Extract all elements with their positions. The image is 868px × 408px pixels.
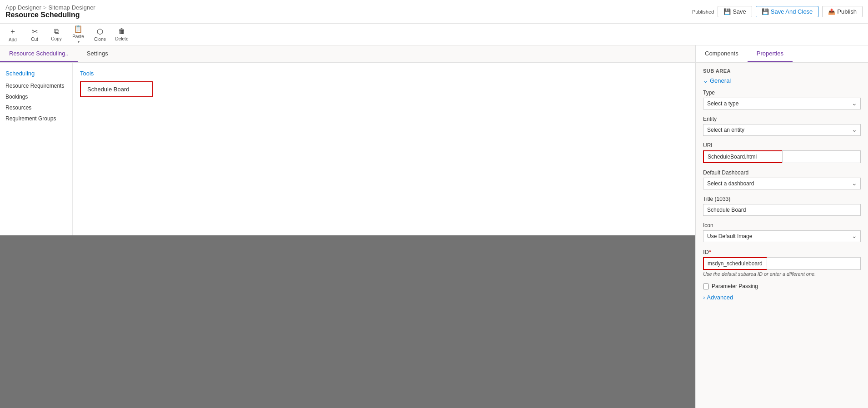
type-label: Type xyxy=(703,90,861,96)
copy-label: Copy xyxy=(51,36,61,41)
main-tabs: Resource Scheduling.. Settings xyxy=(0,45,695,63)
cut-tool[interactable]: ✂ Cut xyxy=(27,27,42,42)
toolbar: ＋ Add ✂ Cut ⧉ Copy 📋 Paste ▾ ⬡ Clone 🗑 D… xyxy=(0,24,868,45)
main-layout: Resource Scheduling.. Settings Schedulin… xyxy=(0,45,868,408)
general-collapse[interactable]: ⌄ General xyxy=(703,77,861,84)
sitemap-content: Scheduling Resource Requirements Booking… xyxy=(0,63,695,235)
title-field-group: Title (1033) xyxy=(703,196,861,216)
add-label: Add xyxy=(9,37,17,42)
tab-components[interactable]: Components xyxy=(696,45,748,62)
title-input[interactable] xyxy=(703,204,861,216)
status-label: Published xyxy=(692,9,714,15)
breadcrumb-app[interactable]: App Designer xyxy=(5,4,41,11)
schedule-board-item[interactable]: Schedule Board xyxy=(80,81,153,97)
add-tool[interactable]: ＋ Add xyxy=(5,27,20,42)
tools-panel: Tools Schedule Board xyxy=(73,63,695,235)
url-extra-input[interactable] xyxy=(782,150,861,163)
id-label: ID* xyxy=(703,249,861,255)
icon-select[interactable]: Use Default Image xyxy=(703,230,861,242)
general-label: General xyxy=(710,77,731,84)
publish-button[interactable]: 📤 Publish xyxy=(822,6,863,17)
icon-label: Icon xyxy=(703,222,861,229)
breadcrumb-sep: > xyxy=(43,4,47,11)
entity-select[interactable]: Select an entity xyxy=(703,124,861,136)
group-item-resources[interactable]: Resources xyxy=(5,102,67,113)
delete-label: Delete xyxy=(115,36,129,41)
tab-settings[interactable]: Settings xyxy=(78,45,117,62)
left-main: Scheduling Resource Requirements Booking… xyxy=(0,63,695,408)
icon-field-group: Icon Use Default Image xyxy=(703,222,861,242)
id-hint: Use the default subarea ID or enter a di… xyxy=(703,271,861,277)
add-icon: ＋ xyxy=(9,27,16,36)
paste-caret-icon[interactable]: ▾ xyxy=(78,40,80,44)
id-field-group: ID* Use the default subarea ID or enter … xyxy=(703,249,861,277)
delete-tool[interactable]: 🗑 Delete xyxy=(115,27,129,41)
save-label: Save xyxy=(733,8,746,15)
entity-field-group: Entity Select an entity xyxy=(703,116,861,136)
default-dashboard-label: Default Dashboard xyxy=(703,169,861,176)
clone-icon: ⬡ xyxy=(97,27,103,36)
right-panel-tabs: Components Properties xyxy=(696,45,868,63)
url-field-group: URL xyxy=(703,142,861,163)
save-close-icon: 💾 xyxy=(762,8,769,15)
breadcrumb: App Designer > Sitemap Designer xyxy=(5,4,95,11)
paste-icon: 📋 xyxy=(74,25,83,33)
id-input[interactable] xyxy=(703,257,767,270)
section-label: SUB AREA xyxy=(703,68,861,74)
tab-resource-scheduling[interactable]: Resource Scheduling.. xyxy=(0,45,78,62)
group-item-resource-requirements[interactable]: Resource Requirements xyxy=(5,80,67,91)
group-title[interactable]: Scheduling xyxy=(5,70,67,77)
group-panel: Scheduling Resource Requirements Booking… xyxy=(0,63,73,235)
publish-label: Publish xyxy=(837,8,857,15)
id-row xyxy=(703,257,861,270)
right-panel: Components Properties SUB AREA ⌄ General… xyxy=(695,45,868,408)
copy-tool[interactable]: ⧉ Copy xyxy=(49,27,64,41)
parameter-passing-checkbox[interactable] xyxy=(703,284,709,289)
title-label: Title (1033) xyxy=(703,196,861,202)
publish-icon: 📤 xyxy=(828,8,835,15)
tab-properties[interactable]: Properties xyxy=(748,45,793,62)
top-bar-right: Published 💾 Save 💾 Save And Close 📤 Publ… xyxy=(692,6,863,17)
url-row xyxy=(703,150,861,163)
paste-tool[interactable]: 📋 Paste ▾ xyxy=(71,25,85,44)
entity-label: Entity xyxy=(703,116,861,122)
left-panel: Resource Scheduling.. Settings Schedulin… xyxy=(0,45,695,408)
collapse-icon: ⌄ xyxy=(703,77,708,84)
advanced-label: Advanced xyxy=(707,294,733,301)
group-item-requirement-groups[interactable]: Requirement Groups xyxy=(5,113,67,124)
top-bar: App Designer > Sitemap Designer Resource… xyxy=(0,0,868,24)
app-title: Resource Scheduling xyxy=(5,11,95,19)
parameter-passing-row: Parameter Passing xyxy=(703,283,861,289)
tools-title: Tools xyxy=(80,70,688,77)
group-item-bookings[interactable]: Bookings xyxy=(5,91,67,102)
url-label: URL xyxy=(703,142,861,149)
save-close-label: Save And Close xyxy=(771,8,813,15)
copy-icon: ⧉ xyxy=(54,27,59,35)
entity-select-wrapper: Select an entity xyxy=(703,124,861,136)
paste-label: Paste xyxy=(72,34,84,39)
id-extra-input[interactable] xyxy=(767,257,861,270)
parameter-passing-label[interactable]: Parameter Passing xyxy=(712,283,758,289)
save-button[interactable]: 💾 Save xyxy=(718,6,752,17)
properties-content: SUB AREA ⌄ General Type Select a type En… xyxy=(696,63,868,306)
id-required: * xyxy=(709,249,711,255)
breadcrumb-current: Sitemap Designer xyxy=(48,4,95,11)
type-select-wrapper: Select a type xyxy=(703,98,861,109)
clone-tool[interactable]: ⬡ Clone xyxy=(93,27,107,42)
url-input[interactable] xyxy=(703,150,782,163)
delete-icon: 🗑 xyxy=(118,27,125,35)
advanced-link[interactable]: › Advanced xyxy=(703,294,861,301)
icon-select-wrapper: Use Default Image xyxy=(703,230,861,242)
save-and-close-button[interactable]: 💾 Save And Close xyxy=(756,6,819,17)
dashboard-select[interactable]: Select a dashboard xyxy=(703,178,861,189)
bottom-gray-area xyxy=(0,235,695,408)
save-icon: 💾 xyxy=(723,8,731,15)
type-select[interactable]: Select a type xyxy=(703,98,861,109)
cut-icon: ✂ xyxy=(32,27,38,36)
chevron-right-icon: › xyxy=(703,294,705,301)
dashboard-select-wrapper: Select a dashboard xyxy=(703,178,861,189)
top-bar-left: App Designer > Sitemap Designer Resource… xyxy=(5,4,95,19)
clone-label: Clone xyxy=(94,37,106,42)
type-field-group: Type Select a type xyxy=(703,90,861,109)
cut-label: Cut xyxy=(31,37,38,42)
